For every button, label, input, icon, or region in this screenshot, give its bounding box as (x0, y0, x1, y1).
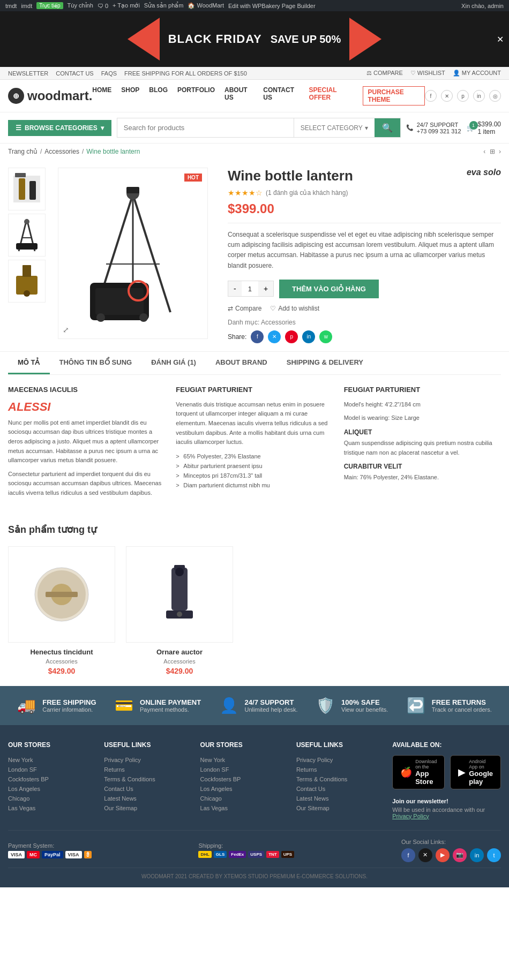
link-sitemap-2[interactable]: Our Sitemap (296, 803, 381, 813)
add-to-cart-button[interactable]: THÊM VÀO GIỎ HÀNG (279, 280, 379, 298)
qty-increase-button[interactable]: + (258, 281, 273, 296)
footer-youtube-icon[interactable]: ▶ (436, 848, 450, 862)
wishlist-button[interactable]: ♡ Add to wishlist (270, 305, 319, 312)
tab-additional-info[interactable]: THÔNG TIN BỔ SUNG (50, 352, 142, 374)
store-chicago-1[interactable]: Chicago (8, 794, 93, 803)
breadcrumb-home[interactable]: Trang chủ (8, 148, 38, 155)
breadcrumb-category[interactable]: Accessories (44, 148, 79, 155)
category-select[interactable]: SELECT CATEGORY ▾ (294, 118, 375, 137)
quantity-input[interactable]: - 1 + (228, 281, 274, 297)
share-linkedin-icon[interactable]: in (302, 330, 315, 343)
banner-close-button[interactable]: ✕ (497, 34, 504, 44)
share-whatsapp-icon[interactable]: w (319, 330, 332, 343)
contact-us-link[interactable]: CONTACT US (56, 70, 94, 77)
store-new-york-1[interactable]: New York (8, 755, 93, 765)
footer-instagram-icon[interactable]: 📷 (453, 848, 467, 862)
footer-twitter-icon[interactable]: ✕ (418, 848, 432, 862)
newsletter-link[interactable]: NEWSLETTER (8, 70, 48, 77)
wishlist-link[interactable]: ♡ WISHLIST (410, 70, 445, 77)
store-las-vegas-2[interactable]: Las Vegas (200, 803, 286, 813)
google-play-badge[interactable]: ▶ Android App on Google play (450, 755, 501, 789)
admin-customize[interactable]: Tùy chỉnh (68, 2, 93, 9)
link-sitemap-1[interactable]: Our Sitemap (104, 803, 189, 813)
faqs-link[interactable]: FAQS (101, 70, 117, 77)
svg-rect-17 (126, 187, 139, 193)
browse-categories-button[interactable]: ☰ BROWSE CATEGORIES ▾ (8, 120, 111, 136)
my-account-link[interactable]: 👤 MY ACCOUNT (453, 70, 501, 77)
nav-home[interactable]: HOME (92, 86, 111, 105)
newsletter-privacy-link[interactable]: Privacy Policy (392, 813, 429, 819)
logo[interactable]: ⊕ woodmart. (8, 88, 92, 104)
admin-tmdt: tmdt (5, 3, 17, 9)
cart-info[interactable]: 🛒 1 $399.00 1 item (467, 120, 501, 135)
link-returns-2[interactable]: Returns (296, 765, 381, 774)
share-facebook-icon[interactable]: f (251, 330, 264, 343)
store-london-sf-2[interactable]: London SF (200, 765, 286, 774)
store-chicago-2[interactable]: Chicago (200, 794, 286, 803)
store-los-angeles-1[interactable]: Los Angeles (8, 784, 93, 794)
facebook-icon[interactable]: f (425, 90, 437, 102)
admin-wpbakery[interactable]: Edit with WPBakery Page Builder (228, 3, 316, 9)
product-card-2-image[interactable] (126, 546, 233, 643)
nav-blog[interactable]: BLOG (149, 86, 168, 105)
next-arrow[interactable]: › (499, 148, 501, 155)
footer-twitter2-icon[interactable]: t (487, 848, 501, 862)
grid-icon[interactable]: ⊞ (490, 148, 495, 155)
product-card-1-price: $429.00 (8, 667, 115, 675)
nav-shop[interactable]: SHOP (121, 86, 139, 105)
link-privacy-2[interactable]: Privacy Policy (296, 755, 381, 765)
tab-about-brand[interactable]: ABOUT BRAND (206, 352, 277, 374)
store-los-angeles-2[interactable]: Los Angeles (200, 784, 286, 794)
col1-title: MAECENAS IACULIS (8, 386, 165, 394)
compare-link[interactable]: ⚖ COMPARE (366, 70, 403, 77)
link-contact-1[interactable]: Contact Us (104, 784, 189, 794)
pinterest-icon[interactable]: p (457, 90, 469, 102)
logo-icon: ⊕ (8, 88, 24, 104)
app-store-badge[interactable]: 🍎 Download on the App Store (392, 755, 445, 789)
qty-decrease-button[interactable]: - (228, 281, 242, 296)
admin-edit-product[interactable]: Sửa sản phẩm (144, 2, 184, 9)
product-card-1-image[interactable] (8, 546, 115, 643)
footer-stores-2: OUR STORES New York London SF Cockfoster… (200, 741, 286, 819)
instagram-icon[interactable]: ◎ (489, 90, 501, 102)
link-terms-1[interactable]: Terms & Conditions (104, 774, 189, 784)
header: ⊕ woodmart. HOME SHOP BLOG PORTFOLIO ABO… (0, 80, 509, 112)
link-news-2[interactable]: Latest News (296, 794, 381, 803)
thumbnail-1[interactable] (8, 168, 46, 210)
link-terms-2[interactable]: Terms & Conditions (296, 774, 381, 784)
link-privacy-1[interactable]: Privacy Policy (104, 755, 189, 765)
compare-button[interactable]: ⇄ Compare (228, 305, 261, 312)
store-london-sf-1[interactable]: London SF (8, 765, 93, 774)
share-twitter-icon[interactable]: ✕ (268, 330, 281, 343)
search-button[interactable]: 🔍 (375, 118, 400, 137)
tab-description[interactable]: MÔ TẢ (8, 352, 50, 374)
link-contact-2[interactable]: Contact Us (296, 784, 381, 794)
tab-shipping[interactable]: SHIPPING & DELIVERY (277, 352, 373, 374)
expand-icon[interactable]: ⤢ (63, 326, 69, 334)
twitter-icon[interactable]: ✕ (441, 90, 453, 102)
store-las-vegas-1[interactable]: Las Vegas (8, 803, 93, 813)
store-cockfosters-1[interactable]: Cockfosters BP (8, 774, 93, 784)
thumbnail-2[interactable] (8, 214, 46, 257)
admin-woodmart[interactable]: 🏠 WoodMart (188, 2, 224, 9)
footer-facebook-icon[interactable]: f (401, 848, 415, 862)
search-input[interactable] (117, 118, 294, 137)
thumbnail-3[interactable] (8, 260, 46, 303)
nav-portfolio[interactable]: PORTFOLIO (177, 86, 215, 105)
nav-about[interactable]: ABOUT US (224, 86, 253, 105)
nav-special-offer[interactable]: SPECIAL OFFER (309, 86, 354, 105)
banner-triangle-right (349, 18, 381, 61)
nav-contact[interactable]: CONTACT US (263, 86, 299, 105)
nav-purchase-theme[interactable]: PURCHASE THEME (363, 86, 425, 105)
product-category[interactable]: Accessories (261, 319, 296, 326)
link-news-1[interactable]: Latest News (104, 794, 189, 803)
store-cockfosters-2[interactable]: Cockfosters BP (200, 774, 286, 784)
footer-linkedin-icon[interactable]: in (470, 848, 484, 862)
store-new-york-2[interactable]: New York (200, 755, 286, 765)
prev-arrow[interactable]: ‹ (483, 148, 485, 155)
admin-new[interactable]: + Tạo mới (113, 2, 140, 9)
linkedin-icon[interactable]: in (473, 90, 485, 102)
share-pinterest-icon[interactable]: p (285, 330, 298, 343)
link-returns-1[interactable]: Returns (104, 765, 189, 774)
tab-reviews[interactable]: ĐÁNH GIÁ (1) (141, 352, 206, 374)
